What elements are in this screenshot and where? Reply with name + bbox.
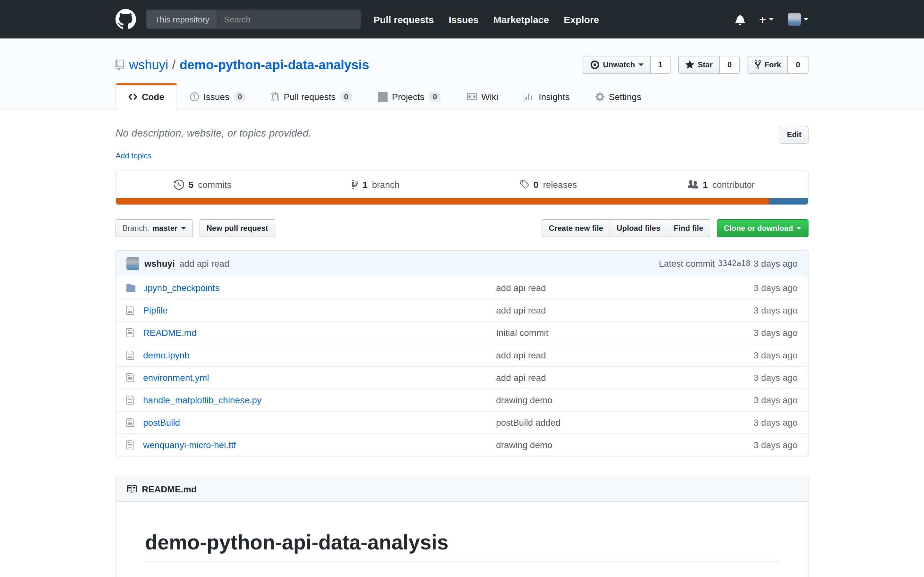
language-bar[interactable] (116, 198, 808, 205)
file-commit-message[interactable]: Initial commit (496, 327, 548, 338)
repo-title: wshuyi / demo-python-api-data-analysis (115, 57, 369, 72)
upload-files-button[interactable]: Upload files (610, 219, 667, 237)
notifications-bell-icon[interactable] (735, 14, 745, 25)
file-commit-message[interactable]: postBuild added (496, 417, 561, 428)
file-icon (126, 372, 143, 383)
latest-commit-meta: Latest commit 3342a18 3 days ago (659, 258, 798, 268)
new-pull-request-button[interactable]: New pull request (199, 219, 275, 237)
language-segment-python (768, 198, 808, 205)
file-name-link[interactable]: README.md (143, 327, 196, 338)
book-icon (126, 484, 137, 494)
readme-section: README.md demo-python-api-data-analysis (115, 476, 809, 577)
file-icon (126, 440, 143, 450)
latest-commit-bar: wshuyi add api read Latest commit 3342a1… (116, 251, 808, 276)
tab-code[interactable]: Code (115, 83, 177, 110)
file-row: .ipynb_checkpoints add api read 3 days a… (116, 276, 808, 299)
star-group: Star 0 (678, 56, 740, 74)
github-logo-icon[interactable] (115, 9, 136, 29)
file-row: postBuild postBuild added 3 days ago (116, 411, 808, 434)
file-name-link[interactable]: Pipfile (143, 305, 168, 316)
file-icon (126, 417, 143, 428)
people-icon (688, 179, 698, 190)
repo-icon (115, 59, 124, 70)
file-name-link[interactable]: .ipynb_checkpoints (143, 282, 220, 293)
file-commit-message[interactable]: drawing demo (496, 440, 552, 450)
readme-header: README.md (116, 476, 808, 502)
file-commit-message[interactable]: add api read (496, 350, 546, 360)
folder-icon (126, 282, 143, 293)
file-name-link[interactable]: handle_matplotlib_chinese.py (143, 395, 262, 405)
tab-issues[interactable]: Issues 0 (177, 83, 258, 110)
find-file-button[interactable]: Find file (667, 219, 710, 237)
commit-author-link[interactable]: wshuyi (144, 258, 175, 268)
file-age: 3 days ago (754, 417, 798, 428)
book-icon (467, 92, 477, 102)
stat-commits[interactable]: 5commits (116, 171, 289, 198)
file-name-link[interactable]: postBuild (143, 417, 180, 428)
file-commit-message[interactable]: add api read (496, 305, 546, 316)
file-name-link[interactable]: wenquanyi-micro-hei.ttf (143, 440, 236, 450)
search-input[interactable] (218, 10, 360, 28)
nav-link-explore[interactable]: Explore (564, 14, 599, 25)
tab-projects[interactable]: Projects 0 (365, 83, 454, 110)
file-browser: wshuyi add api read Latest commit 3342a1… (115, 250, 809, 456)
file-name-link[interactable]: demo.ipynb (143, 350, 190, 360)
file-name-link[interactable]: environment.yml (143, 372, 209, 383)
forks-count[interactable]: 0 (788, 56, 809, 74)
repo-name-link[interactable]: demo-python-api-data-analysis (179, 57, 369, 72)
file-row: environment.yml add api read 3 days ago (116, 366, 808, 388)
file-age: 3 days ago (754, 350, 798, 360)
watchers-count[interactable]: 1 (650, 56, 670, 74)
file-list: .ipynb_checkpoints add api read 3 days a… (116, 276, 808, 456)
unwatch-button[interactable]: Unwatch (582, 56, 650, 74)
file-commit-message[interactable]: drawing demo (496, 395, 552, 405)
tab-settings[interactable]: Settings (582, 83, 654, 110)
stargazers-count[interactable]: 0 (720, 56, 740, 74)
file-age: 3 days ago (754, 440, 798, 450)
star-button[interactable]: Star (678, 56, 720, 74)
clone-or-download-button[interactable]: Clone or download (717, 219, 809, 237)
tab-wiki[interactable]: Wiki (454, 83, 511, 110)
eye-icon (590, 60, 599, 70)
repo-pagehead: wshuyi / demo-python-api-data-analysis U… (0, 39, 924, 110)
file-icon (126, 305, 143, 316)
repo-owner-link[interactable]: wshuyi (129, 57, 168, 72)
repo-social-actions: Unwatch 1 Star 0 (582, 56, 809, 74)
nav-link-pull-requests[interactable]: Pull requests (373, 14, 434, 25)
readme-heading: demo-python-api-data-analysis (145, 531, 779, 562)
header-search: This repository (146, 10, 360, 29)
commit-sha-link[interactable]: 3342a18 (718, 259, 750, 268)
caret-down-icon (181, 227, 186, 229)
file-commit-message[interactable]: add api read (496, 282, 546, 293)
nav-link-marketplace[interactable]: Marketplace (493, 14, 549, 25)
branch-select-button[interactable]: Branch: master (115, 219, 193, 237)
tab-pull-requests[interactable]: Pull requests 0 (258, 83, 365, 110)
pull-request-icon (271, 92, 279, 102)
tab-insights[interactable]: Insights (511, 83, 583, 110)
file-row: handle_matplotlib_chinese.py drawing dem… (116, 388, 808, 411)
stat-branches[interactable]: 1branch (289, 171, 462, 198)
user-menu[interactable] (788, 13, 809, 26)
gear-icon (595, 92, 604, 102)
file-commit-message[interactable]: add api read (496, 372, 546, 383)
fork-button[interactable]: Fork (748, 56, 788, 74)
edit-description-button[interactable]: Edit (780, 126, 809, 143)
star-icon (686, 60, 695, 70)
create-new-dropdown[interactable]: + (759, 13, 774, 25)
repo-stats-box: 5commits 1branch 0releases (115, 171, 809, 205)
commit-author-avatar[interactable] (126, 257, 139, 269)
create-new-file-button[interactable]: Create new file (542, 219, 610, 237)
git-branch-icon (352, 179, 358, 190)
commit-time: 3 days ago (754, 258, 798, 268)
repo-tabs: Code Issues 0 Pull requests 0 (115, 83, 809, 110)
projects-counter: 0 (429, 92, 441, 102)
graph-icon (524, 92, 534, 102)
caret-down-icon (796, 227, 801, 229)
stat-releases[interactable]: 0releases (462, 171, 635, 198)
file-age: 3 days ago (754, 282, 798, 293)
caret-down-icon (769, 18, 774, 21)
commit-message-link[interactable]: add api read (179, 258, 229, 268)
nav-link-issues[interactable]: Issues (449, 14, 478, 25)
add-topics-link[interactable]: Add topics (115, 151, 809, 160)
stat-contributors[interactable]: 1contributor (635, 171, 808, 198)
